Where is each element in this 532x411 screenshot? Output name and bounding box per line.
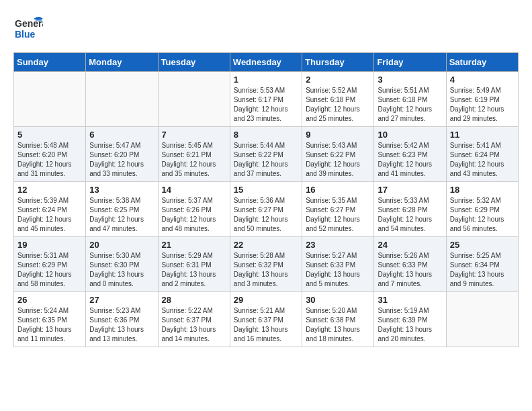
day-detail: Sunrise: 5:27 AM Sunset: 6:33 PM Dayligh… xyxy=(306,251,370,289)
day-detail: Sunrise: 5:45 AM Sunset: 6:21 PM Dayligh… xyxy=(162,141,226,179)
calendar-cell: 24Sunrise: 5:26 AM Sunset: 6:33 PM Dayli… xyxy=(374,237,446,292)
calendar-cell: 2Sunrise: 5:52 AM Sunset: 6:18 PM Daylig… xyxy=(302,72,374,127)
day-detail: Sunrise: 5:21 AM Sunset: 6:37 PM Dayligh… xyxy=(234,306,298,344)
day-detail: Sunrise: 5:19 AM Sunset: 6:39 PM Dayligh… xyxy=(378,306,442,344)
day-detail: Sunrise: 5:20 AM Sunset: 6:38 PM Dayligh… xyxy=(306,306,370,344)
day-number: 6 xyxy=(89,130,154,140)
calendar-cell: 22Sunrise: 5:28 AM Sunset: 6:32 PM Dayli… xyxy=(230,237,302,292)
day-number: 9 xyxy=(306,130,370,140)
calendar-week-4: 19Sunrise: 5:31 AM Sunset: 6:29 PM Dayli… xyxy=(14,237,519,292)
calendar-cell: 14Sunrise: 5:37 AM Sunset: 6:26 PM Dayli… xyxy=(158,182,230,237)
day-detail: Sunrise: 5:28 AM Sunset: 6:32 PM Dayligh… xyxy=(234,251,298,289)
calendar-cell: 21Sunrise: 5:29 AM Sunset: 6:31 PM Dayli… xyxy=(158,237,230,292)
day-number: 25 xyxy=(450,240,515,250)
day-detail: Sunrise: 5:29 AM Sunset: 6:31 PM Dayligh… xyxy=(162,251,226,289)
calendar-cell xyxy=(158,72,230,127)
calendar-cell: 28Sunrise: 5:22 AM Sunset: 6:37 PM Dayli… xyxy=(158,292,230,347)
calendar-week-5: 26Sunrise: 5:24 AM Sunset: 6:35 PM Dayli… xyxy=(14,292,519,347)
day-detail: Sunrise: 5:48 AM Sunset: 6:20 PM Dayligh… xyxy=(17,141,82,179)
day-detail: Sunrise: 5:36 AM Sunset: 6:27 PM Dayligh… xyxy=(234,196,298,234)
calendar-cell: 5Sunrise: 5:48 AM Sunset: 6:20 PM Daylig… xyxy=(14,127,86,182)
calendar-cell xyxy=(86,72,158,127)
calendar-week-1: 1Sunrise: 5:53 AM Sunset: 6:17 PM Daylig… xyxy=(14,72,519,127)
day-number: 16 xyxy=(306,185,370,195)
day-number: 2 xyxy=(306,75,370,85)
day-detail: Sunrise: 5:32 AM Sunset: 6:29 PM Dayligh… xyxy=(450,196,515,234)
calendar-cell: 6Sunrise: 5:47 AM Sunset: 6:20 PM Daylig… xyxy=(86,127,158,182)
day-number: 19 xyxy=(17,240,82,250)
day-number: 24 xyxy=(378,240,442,250)
calendar-cell: 1Sunrise: 5:53 AM Sunset: 6:17 PM Daylig… xyxy=(230,72,302,127)
day-detail: Sunrise: 5:25 AM Sunset: 6:34 PM Dayligh… xyxy=(450,251,515,289)
day-detail: Sunrise: 5:26 AM Sunset: 6:33 PM Dayligh… xyxy=(378,251,442,289)
day-detail: Sunrise: 5:43 AM Sunset: 6:22 PM Dayligh… xyxy=(306,141,370,179)
day-detail: Sunrise: 5:47 AM Sunset: 6:20 PM Dayligh… xyxy=(89,141,154,179)
day-detail: Sunrise: 5:37 AM Sunset: 6:26 PM Dayligh… xyxy=(162,196,226,234)
day-number: 4 xyxy=(450,75,515,85)
calendar-cell: 16Sunrise: 5:35 AM Sunset: 6:27 PM Dayli… xyxy=(302,182,374,237)
day-number: 14 xyxy=(162,185,226,195)
day-detail: Sunrise: 5:22 AM Sunset: 6:37 PM Dayligh… xyxy=(162,306,226,344)
calendar-cell: 26Sunrise: 5:24 AM Sunset: 6:35 PM Dayli… xyxy=(14,292,86,347)
weekday-header-tuesday: Tuesday xyxy=(158,53,230,72)
day-number: 1 xyxy=(234,75,298,85)
calendar-week-3: 12Sunrise: 5:39 AM Sunset: 6:24 PM Dayli… xyxy=(14,182,519,237)
day-detail: Sunrise: 5:52 AM Sunset: 6:18 PM Dayligh… xyxy=(306,86,370,124)
weekday-header-monday: Monday xyxy=(86,53,158,72)
weekday-header-wednesday: Wednesday xyxy=(230,53,302,72)
calendar-cell: 12Sunrise: 5:39 AM Sunset: 6:24 PM Dayli… xyxy=(14,182,86,237)
calendar-cell: 31Sunrise: 5:19 AM Sunset: 6:39 PM Dayli… xyxy=(374,292,446,347)
calendar-cell: 9Sunrise: 5:43 AM Sunset: 6:22 PM Daylig… xyxy=(302,127,374,182)
calendar-cell: 20Sunrise: 5:30 AM Sunset: 6:30 PM Dayli… xyxy=(86,237,158,292)
day-number: 15 xyxy=(234,185,298,195)
calendar-cell: 15Sunrise: 5:36 AM Sunset: 6:27 PM Dayli… xyxy=(230,182,302,237)
calendar-cell: 4Sunrise: 5:49 AM Sunset: 6:19 PM Daylig… xyxy=(446,72,518,127)
calendar-week-2: 5Sunrise: 5:48 AM Sunset: 6:20 PM Daylig… xyxy=(14,127,519,182)
day-detail: Sunrise: 5:33 AM Sunset: 6:28 PM Dayligh… xyxy=(378,196,442,234)
day-number: 28 xyxy=(162,295,226,305)
weekday-header-saturday: Saturday xyxy=(446,53,518,72)
day-number: 23 xyxy=(306,240,370,250)
day-detail: Sunrise: 5:41 AM Sunset: 6:24 PM Dayligh… xyxy=(450,141,515,179)
calendar-cell: 3Sunrise: 5:51 AM Sunset: 6:18 PM Daylig… xyxy=(374,72,446,127)
weekday-header-sunday: Sunday xyxy=(14,53,86,72)
day-detail: Sunrise: 5:44 AM Sunset: 6:22 PM Dayligh… xyxy=(234,141,298,179)
day-number: 13 xyxy=(89,185,154,195)
day-number: 21 xyxy=(162,240,226,250)
calendar-cell xyxy=(446,292,518,347)
day-detail: Sunrise: 5:24 AM Sunset: 6:35 PM Dayligh… xyxy=(17,306,82,344)
calendar-cell: 30Sunrise: 5:20 AM Sunset: 6:38 PM Dayli… xyxy=(302,292,374,347)
calendar-cell: 23Sunrise: 5:27 AM Sunset: 6:33 PM Dayli… xyxy=(302,237,374,292)
calendar-cell: 27Sunrise: 5:23 AM Sunset: 6:36 PM Dayli… xyxy=(86,292,158,347)
day-detail: Sunrise: 5:51 AM Sunset: 6:18 PM Dayligh… xyxy=(378,86,442,124)
day-number: 20 xyxy=(89,240,154,250)
calendar-cell: 10Sunrise: 5:42 AM Sunset: 6:23 PM Dayli… xyxy=(374,127,446,182)
logo-icon: General Blue xyxy=(13,13,43,46)
calendar-cell: 29Sunrise: 5:21 AM Sunset: 6:37 PM Dayli… xyxy=(230,292,302,347)
day-number: 18 xyxy=(450,185,515,195)
day-number: 8 xyxy=(234,130,298,140)
page-header: General Blue xyxy=(13,13,519,46)
calendar-cell: 25Sunrise: 5:25 AM Sunset: 6:34 PM Dayli… xyxy=(446,237,518,292)
calendar-cell: 18Sunrise: 5:32 AM Sunset: 6:29 PM Dayli… xyxy=(446,182,518,237)
day-number: 3 xyxy=(378,75,442,85)
day-number: 10 xyxy=(378,130,442,140)
day-detail: Sunrise: 5:53 AM Sunset: 6:17 PM Dayligh… xyxy=(234,86,298,124)
day-number: 30 xyxy=(306,295,370,305)
calendar-cell: 11Sunrise: 5:41 AM Sunset: 6:24 PM Dayli… xyxy=(446,127,518,182)
logo: General Blue xyxy=(13,13,43,46)
day-detail: Sunrise: 5:31 AM Sunset: 6:29 PM Dayligh… xyxy=(17,251,82,289)
day-detail: Sunrise: 5:35 AM Sunset: 6:27 PM Dayligh… xyxy=(306,196,370,234)
weekday-header-row: SundayMondayTuesdayWednesdayThursdayFrid… xyxy=(14,53,519,72)
calendar-cell: 8Sunrise: 5:44 AM Sunset: 6:22 PM Daylig… xyxy=(230,127,302,182)
calendar-cell: 19Sunrise: 5:31 AM Sunset: 6:29 PM Dayli… xyxy=(14,237,86,292)
calendar-cell: 13Sunrise: 5:38 AM Sunset: 6:25 PM Dayli… xyxy=(86,182,158,237)
calendar-table: SundayMondayTuesdayWednesdayThursdayFrid… xyxy=(13,52,519,347)
day-number: 29 xyxy=(234,295,298,305)
day-number: 7 xyxy=(162,130,226,140)
day-number: 31 xyxy=(378,295,442,305)
day-detail: Sunrise: 5:49 AM Sunset: 6:19 PM Dayligh… xyxy=(450,86,515,124)
day-number: 12 xyxy=(17,185,82,195)
day-number: 11 xyxy=(450,130,515,140)
day-detail: Sunrise: 5:23 AM Sunset: 6:36 PM Dayligh… xyxy=(89,306,154,344)
